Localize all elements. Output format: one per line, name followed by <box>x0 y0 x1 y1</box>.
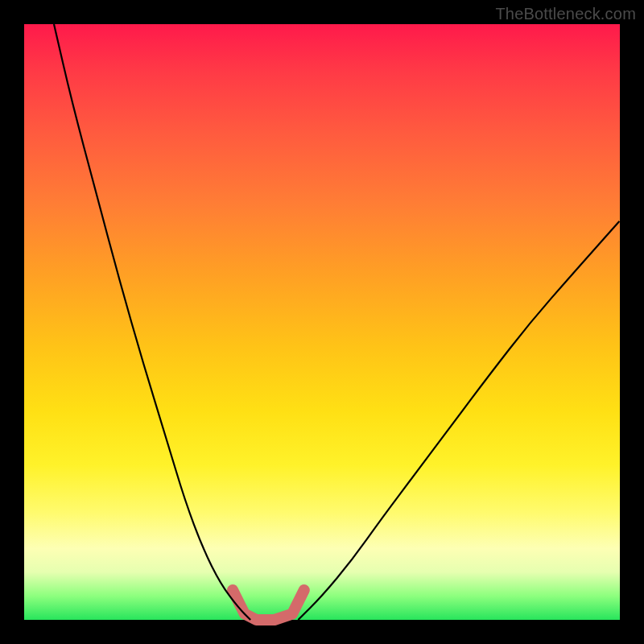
watermark-text: TheBottleneck.com <box>495 5 636 23</box>
curve-layer <box>24 24 620 620</box>
chart-frame: TheBottleneck.com <box>0 0 644 644</box>
plot-area <box>24 24 620 620</box>
right-curve <box>298 221 620 620</box>
left-curve <box>54 24 250 620</box>
valley-highlight <box>233 590 304 620</box>
